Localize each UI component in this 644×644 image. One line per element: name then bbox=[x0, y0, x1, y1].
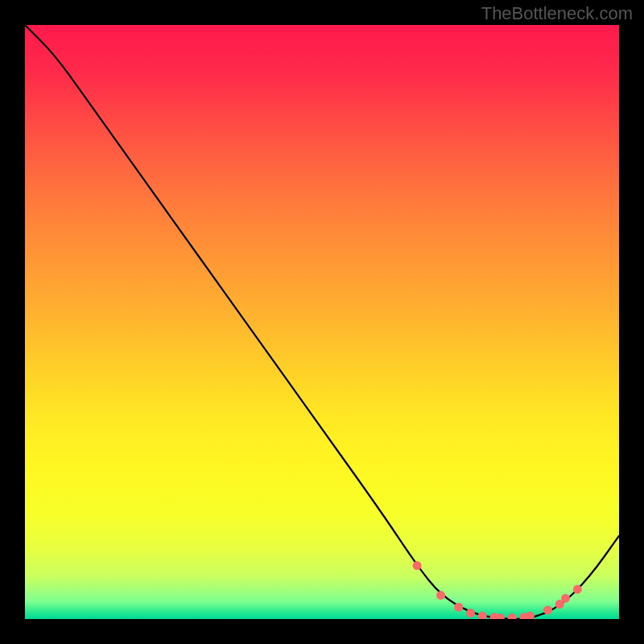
chart-marker bbox=[413, 561, 422, 570]
chart-marker bbox=[508, 613, 517, 619]
chart-marker bbox=[543, 605, 552, 614]
plot-area bbox=[25, 25, 619, 619]
chart-marker bbox=[573, 585, 582, 594]
chart-marker bbox=[526, 612, 535, 619]
chart-marker bbox=[454, 603, 463, 612]
chart-marker bbox=[436, 591, 445, 600]
chart-marker bbox=[561, 594, 570, 603]
chart-marker bbox=[466, 609, 475, 617]
chart-marker bbox=[478, 612, 487, 619]
chart-svg bbox=[25, 25, 619, 619]
chart-line bbox=[25, 25, 619, 619]
watermark-text: TheBottleneck.com bbox=[481, 3, 633, 24]
